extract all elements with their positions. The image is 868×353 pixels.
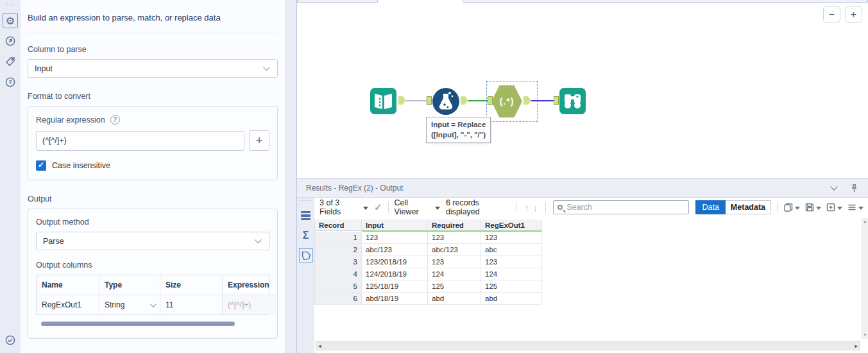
search-icon [557,205,563,210]
tab-strip-fragment [463,0,868,3]
col-header-input[interactable]: Input [362,220,428,232]
apply-check-icon[interactable]: ✓ [374,202,382,213]
overflow-menu-icon[interactable]: ··· [6,1,15,8]
workflow-canvas[interactable]: − + (.*) [297,0,868,178]
formula-tool[interactable] [432,88,459,115]
results-panel: Results - RegEx (2) - Output ····· Σ [297,178,868,353]
results-main: 3 of 3 Fields ✓ Cell Viewer 6 records di… [314,198,868,353]
chevron-down-icon [263,64,270,71]
tag-icon [4,56,16,67]
status-check-button[interactable] [3,332,18,348]
connection-wire-blue[interactable] [531,100,554,101]
col-header-record[interactable]: Record [315,220,362,231]
case-insensitive-checkbox[interactable] [36,160,46,171]
column-header-type[interactable]: Type [99,275,160,295]
tag-tab[interactable] [3,54,18,69]
gear-icon: ⚙ [6,15,15,27]
column-to-parse-dropdown[interactable]: Input [28,59,278,78]
metadata-tab-button[interactable]: Metadata [726,200,771,214]
divider [28,33,278,33]
regex-help-icon[interactable]: ? [110,115,120,125]
scroll-down-arrow[interactable]: ▾ [864,332,867,338]
output-method-value: Parse [43,237,64,246]
config-description: Build an expression to parse, match, or … [28,0,278,33]
add-expression-button[interactable]: + [249,130,269,151]
output-column-name[interactable]: RegExOut1 [37,295,99,314]
circle-arrow-icon [4,35,16,47]
output-anchor[interactable] [398,96,406,105]
scroll-up-arrow[interactable]: ▴ [864,219,867,224]
format-to-convert-group: Regular expression ? (^[^/]+) + Case ins… [28,106,278,180]
collapse-chevron-icon[interactable] [830,183,837,190]
col-header-regexout1[interactable]: RegExOut1 [481,220,542,232]
column-header-expression[interactable]: Expression [223,275,276,295]
output-method-dropdown[interactable]: Parse [36,232,269,250]
case-insensitive-label: Case insensitive [52,161,110,170]
table-row[interactable]: 2abc/123abc/123abc [315,244,541,256]
help-tab[interactable]: ? [3,74,18,90]
column-to-parse-value: Input [35,64,53,73]
check-circle-icon [4,334,16,346]
table-row[interactable]: 5125/18/19125125 [315,280,541,293]
save-icon [804,202,815,212]
column-to-parse-label: Column to parse [28,45,278,54]
tool-config-rail: ··· ⚙ ? [0,0,21,353]
output-connection-icon[interactable] [299,248,313,263]
workflow-messages-icon[interactable] [299,209,313,223]
copy-icon [783,202,794,212]
table-row[interactable]: 1123123123 [315,232,541,244]
regular-expression-input[interactable]: (^[^/]+) [36,131,244,151]
drag-handle[interactable]: ····· [298,198,313,203]
copy-button[interactable] [783,202,800,212]
tooltip-line-2: ([Input], "-", "/") [431,130,486,140]
output-group: Output method Parse Output columns Name … [28,209,278,339]
output-anchor[interactable] [461,96,468,105]
column-header-size[interactable]: Size [160,275,223,295]
new-window-button[interactable] [826,202,842,212]
table-row[interactable]: 3123/2018/19123123 [315,256,541,268]
scroll-down-arrow[interactable]: ↓ [533,202,538,213]
output-column-type-dropdown[interactable]: String [99,295,160,314]
new-window-icon [826,202,836,212]
search-input[interactable] [566,203,685,212]
input-connection-icon[interactable]: Σ [299,228,313,243]
browse-tool[interactable] [559,88,586,114]
svg-text:?: ? [8,79,12,85]
results-title-bar[interactable]: Results - RegEx (2) - Output [297,179,868,198]
scroll-left-arrow[interactable]: ◂ [318,343,321,349]
zoom-out-button[interactable]: − [823,6,840,23]
output-column-expression: (^[^/]+) [223,295,276,314]
tooltip-line-1: Input = Replace [431,119,486,130]
connection-wire-gray[interactable] [406,100,427,101]
menu-button[interactable] [847,202,864,212]
results-search-box[interactable] [553,200,689,214]
text-input-tool[interactable] [370,88,396,114]
settings-tab[interactable]: ⚙ [3,13,18,28]
fields-summary-dropdown[interactable]: 3 of 3 Fields [319,198,360,216]
cell-viewer-dropdown[interactable]: Cell Viewer [395,198,432,216]
caret-down-icon[interactable] [363,207,368,210]
output-columns-scrollbar[interactable] [37,322,268,327]
scrollbar-thumb[interactable] [41,322,235,326]
data-tab-button[interactable]: Data [695,200,725,214]
save-button[interactable] [804,202,821,212]
scroll-right-arrow[interactable]: ▸ [855,343,858,349]
col-header-required[interactable]: Required [428,220,481,232]
table-row[interactable]: 4124/2018/19124124 [315,268,541,280]
output-column-size[interactable]: 11 [160,295,223,314]
horizontal-scrollbar[interactable]: ◂ ▸ [316,341,860,350]
zoom-in-button[interactable]: + [845,6,862,23]
regular-expression-label: Regular expression [36,116,105,125]
scroll-up-arrow[interactable]: ↑ [524,202,529,213]
results-title: Results - RegEx (2) - Output [306,184,403,193]
caret-down-icon[interactable] [435,207,440,210]
output-columns-table: Name Type Size Expression RegExOut1 Stri… [36,275,269,315]
vertical-scrollbar[interactable]: ▴ ▾ [862,218,868,339]
input-anchor[interactable] [427,96,432,105]
column-header-name[interactable]: Name [37,275,99,295]
pin-icon[interactable] [849,184,859,193]
navigate-tab[interactable] [3,33,18,49]
table-row[interactable]: 6abd/18/19abdabd [315,293,541,305]
regex-configuration-panel: Build an expression to parse, match, or … [21,0,285,353]
input-anchor[interactable] [554,96,559,105]
